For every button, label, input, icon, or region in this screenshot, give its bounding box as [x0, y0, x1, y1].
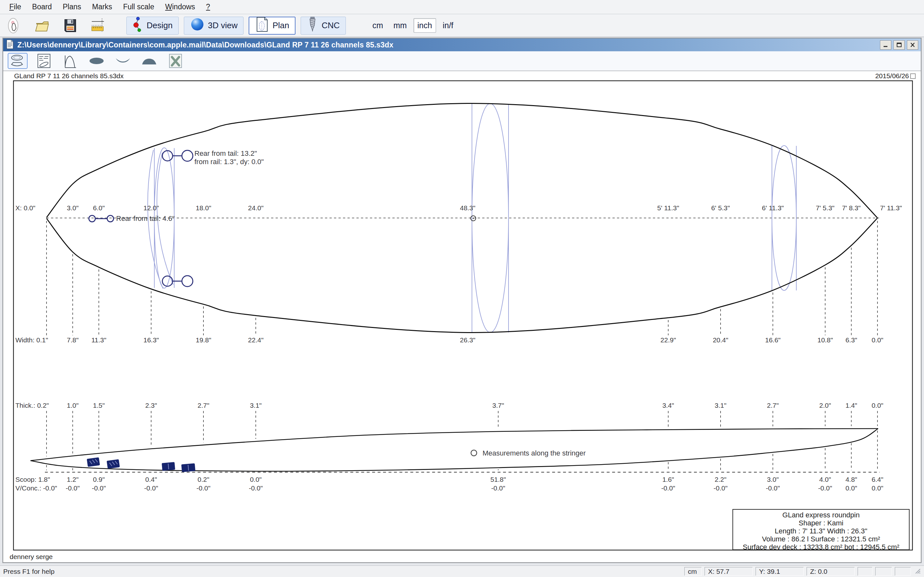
spec-sheet-icon[interactable] [34, 53, 54, 69]
unit-mm[interactable]: mm [390, 19, 410, 32]
thick-row-label: Thick.: 0.2" [15, 402, 49, 409]
vconc-measurement: 0.0" [845, 484, 857, 492]
thickness-measurement: 3.1" [250, 402, 262, 409]
unit-inch[interactable]: inch [414, 18, 436, 33]
status-extra-cell-1 [858, 567, 872, 576]
x-measurement: 3.0" [67, 204, 79, 211]
x-measurement: 7' 5.3" [816, 204, 835, 211]
fin-plug-handle[interactable] [182, 150, 193, 161]
wide-point-center-dot [473, 218, 474, 219]
status-extra-cell-3 [895, 567, 911, 576]
document-icon [6, 39, 14, 50]
button-label: Plan [272, 21, 289, 31]
open-folder-icon[interactable] [33, 17, 51, 34]
scoop-measurement: 0.0" [250, 476, 262, 483]
scoop-measurement: 51.8" [491, 476, 506, 483]
menu-item-board[interactable]: Board [27, 1, 57, 13]
document-titlebar[interactable]: Z:\Users\dennery\Library\Containers\com.… [3, 39, 921, 51]
scoop-row-label: Scoop: 1.8" [15, 476, 50, 483]
menu-item-file[interactable]: File [4, 1, 27, 13]
status-help-text: Press F1 for help [3, 568, 682, 575]
width-measurement: 19.8" [196, 336, 211, 343]
thickness-measurement: 3.4" [662, 402, 674, 409]
status-unit-cell: cm [684, 567, 702, 576]
scoop-measurement: 0.4" [145, 476, 157, 483]
width-measurement: 7.8" [67, 336, 79, 343]
new-board-icon[interactable] [5, 17, 23, 34]
x-measurement: 6' 11.3" [762, 204, 784, 211]
minimize-button[interactable] [880, 40, 891, 50]
main-toolbar: Design3D viewPlanCNC cmmminchin/f [0, 15, 924, 37]
unit-cm[interactable]: cm [369, 19, 387, 32]
scoop-measurement: 3.0" [767, 476, 779, 483]
width-measurement: 22.9" [661, 336, 676, 343]
scoop-measurement: 0.2" [198, 476, 210, 483]
bottom-curve-icon[interactable] [113, 53, 133, 69]
date-checkbox[interactable] [911, 74, 915, 79]
menu-item--[interactable]: ? [200, 1, 216, 13]
width-measurement: 10.8" [817, 336, 833, 343]
status-bar: Press F1 for help cm X: 57.7 Y: 39.1 Z: … [0, 566, 924, 577]
width-measurement: 0.0" [872, 336, 884, 343]
button-label: CNC [321, 21, 339, 31]
rocker-profile-icon[interactable] [60, 53, 80, 69]
x-measurement: 5' 11.3" [657, 204, 679, 211]
fin-plug-handle[interactable] [107, 215, 113, 222]
x-measurement: 18.0" [196, 204, 211, 211]
maximize-button[interactable] [893, 40, 905, 50]
thickness-measurement: 1.5" [93, 402, 105, 409]
menu-item-windows[interactable]: Windows [160, 1, 200, 13]
x-measurement: 24.0" [248, 204, 263, 211]
close-button[interactable] [907, 40, 918, 50]
unit-in-f[interactable]: in/f [439, 19, 457, 32]
design-button[interactable]: Design [126, 17, 179, 35]
stringer-note-label: Measurements along the stringer [483, 449, 586, 457]
status-x-cell: X: 57.7 [704, 567, 753, 576]
x-measurement: 6' 5.3" [711, 204, 730, 211]
rocker-profile-curves[interactable] [31, 429, 878, 471]
3d-view-button[interactable]: 3D view [184, 17, 244, 35]
menu-item-marks[interactable]: Marks [87, 1, 118, 13]
width-row-label: Width: 0.1" [15, 336, 48, 343]
vconc-labels: -0.0"-0.0"-0.0"-0.0"-0.0"-0.0"-0.0"-0.0"… [66, 484, 884, 492]
button-label: Design [147, 21, 173, 31]
x-measurement: 6.0" [93, 204, 105, 211]
export-excel-icon[interactable] [166, 53, 186, 69]
fin-front-annotation-line1: Rear from tail: 13.2" [194, 149, 257, 157]
scoop-measurement: 0.9" [93, 476, 105, 483]
plan-button[interactable]: Plan [249, 17, 296, 35]
fin-plug-handle[interactable] [89, 215, 95, 222]
scoop-measurement: 4.0" [819, 476, 831, 483]
info-box-line: Surface dev deck : 13233.8 cm² bot : 129… [743, 543, 899, 551]
unit-buttons-group: cmmminchin/f [369, 18, 457, 33]
drawing-canvas[interactable]: GLand RP 7 11 26 channels 85.s3dx 2015/0… [3, 71, 921, 562]
x-measurement: 12.0" [144, 204, 159, 211]
outline-plan-icon[interactable] [8, 53, 27, 69]
resize-grip[interactable] [914, 567, 921, 576]
canvas-date: 2015/06/26 [875, 72, 909, 79]
thickness-measurement: 2.3" [145, 402, 157, 409]
save-icon[interactable] [61, 17, 79, 34]
vconc-measurement: -0.0" [818, 484, 832, 492]
stringer-note-marker[interactable] [471, 450, 477, 456]
fin-front-annotation-line2: from rail: 1.3", dy: 0.0" [194, 158, 264, 166]
slice-filled-icon[interactable] [87, 53, 107, 69]
menu-item-plans[interactable]: Plans [57, 1, 87, 13]
thickness-measurement: 2.7" [767, 402, 779, 409]
button-label: 3D view [208, 21, 237, 31]
vconc-measurement: -0.0" [196, 484, 210, 492]
thickness-measurement: 1.0" [67, 402, 79, 409]
width-measurement: 6.3" [845, 336, 857, 343]
menu-item-full-scale[interactable]: Full scale [118, 1, 160, 13]
thickness-measurement: 3.7" [492, 402, 504, 409]
view-toolbar [3, 51, 921, 71]
vconc-measurement: -0.0" [144, 484, 158, 492]
thickness-measurement: 2.0" [819, 402, 831, 409]
scoop-labels: 1.2"0.9"0.4"0.2"0.0"51.8"1.6"2.2"3.0"4.0… [67, 476, 883, 483]
fin-plug-handle[interactable] [182, 276, 193, 287]
design-icon [132, 16, 144, 35]
deck-curve-icon[interactable] [139, 53, 159, 69]
width-measurement: 26.3" [460, 336, 475, 343]
cnc-button[interactable]: CNC [300, 17, 346, 35]
dimensions-icon[interactable] [90, 17, 107, 34]
